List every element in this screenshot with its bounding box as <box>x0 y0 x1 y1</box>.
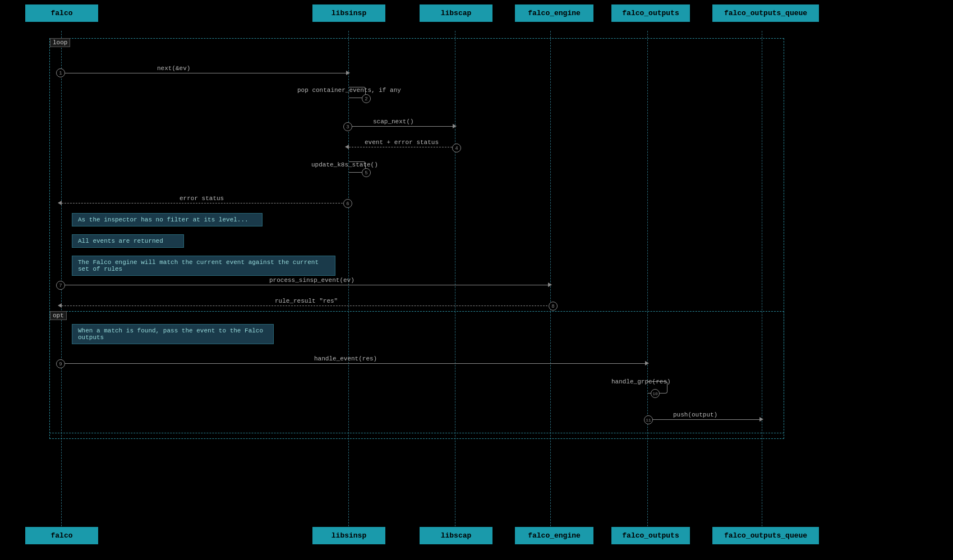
seq-10: 10 <box>651 389 660 398</box>
arrow-3-label: scap_next() <box>373 118 414 125</box>
arrow-7-line <box>62 285 550 285</box>
arrow-11-label: push(output) <box>673 411 717 418</box>
actor-libscap-top: libscap <box>420 4 492 22</box>
arrow-9-label: handle_event(res) <box>314 355 377 362</box>
seq-6: 6 <box>343 199 352 208</box>
note-inspector-filter: As the inspector has no filter at its le… <box>72 213 263 226</box>
arrow-6-head <box>58 201 62 205</box>
note-all-events: All events are returned <box>72 234 184 248</box>
arrow-9-head <box>645 361 649 365</box>
loop-label: loop <box>50 38 70 47</box>
arrow-4-label: event + error status <box>365 139 439 146</box>
actor-falco-bottom: falco <box>25 527 98 544</box>
seq-1: 1 <box>56 68 65 77</box>
seq-7: 7 <box>56 281 65 290</box>
seq-11: 11 <box>644 415 653 424</box>
arrow-10-label: handle_grpc(res) <box>611 378 671 385</box>
arrow-5-label: update_k8s_state() <box>311 161 378 168</box>
arrow-9-line <box>62 363 647 364</box>
actor-libscap-bottom: libscap <box>420 527 492 544</box>
seq-3: 3 <box>343 122 352 131</box>
seq-9: 9 <box>56 359 65 368</box>
actor-falco-top: falco <box>25 4 98 22</box>
actor-libsinsp-bottom: libsinsp <box>312 527 385 544</box>
seq-2: 2 <box>362 94 371 103</box>
actor-falco-engine-bottom: falco_engine <box>515 527 593 544</box>
seq-5: 5 <box>362 168 371 177</box>
actor-falco-outputs-queue-top: falco_outputs_queue <box>712 4 819 22</box>
actor-falco-outputs-bottom: falco_outputs <box>611 527 690 544</box>
arrow-7-label: process_sinsp_event(ev) <box>269 277 355 284</box>
seq-8: 8 <box>549 302 558 311</box>
opt-label: opt <box>50 311 67 320</box>
arrow-2-label: pop container_events, if any <box>297 87 401 94</box>
arrow-6-label: error status <box>179 195 224 202</box>
arrow-4-line <box>349 147 455 147</box>
arrow-6-line <box>62 203 348 203</box>
actor-falco-engine-top: falco_engine <box>515 4 593 22</box>
arrow-8-label: rule_result "res" <box>275 298 338 304</box>
arrow-3-line <box>349 126 455 127</box>
arrow-8-line <box>62 306 550 306</box>
arrow-11-line <box>648 419 762 420</box>
arrow-4-head <box>345 145 349 149</box>
arrow-11-head <box>759 417 763 422</box>
arrow-1-head <box>346 71 350 75</box>
seq-4: 4 <box>452 144 461 152</box>
arrow-1-label: next(&ev) <box>157 65 190 72</box>
actor-falco-outputs-top: falco_outputs <box>611 4 690 22</box>
actor-falco-outputs-queue-bottom: falco_outputs_queue <box>712 527 819 544</box>
actor-libsinsp-top: libsinsp <box>312 4 385 22</box>
arrow-7-head <box>548 283 552 287</box>
arrow-3-head <box>453 124 457 128</box>
arrow-8-head <box>58 303 62 308</box>
note-match-found: When a match is found, pass the event to… <box>72 324 274 344</box>
note-falco-engine-match: The Falco engine will match the current … <box>72 256 335 276</box>
arrow-1-line <box>62 73 348 73</box>
